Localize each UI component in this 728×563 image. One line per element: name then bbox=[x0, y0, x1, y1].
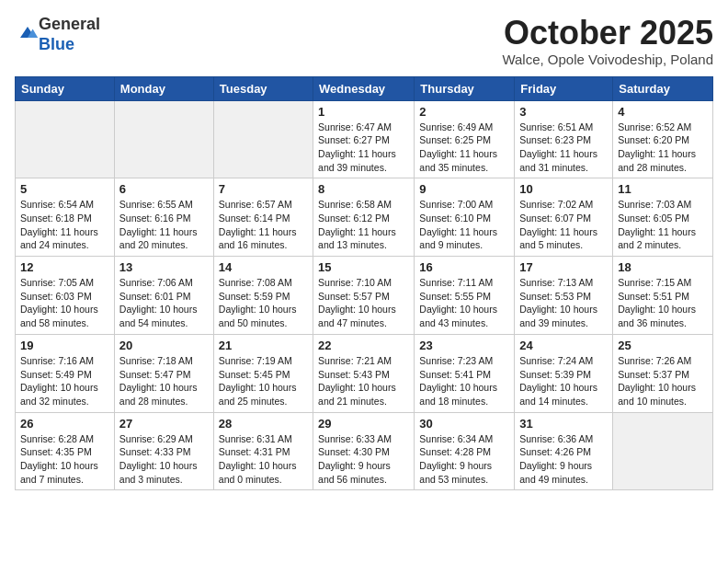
day-number: 17 bbox=[519, 260, 608, 274]
day-number: 14 bbox=[219, 260, 308, 274]
weekday-header-friday: Friday bbox=[515, 76, 613, 100]
day-info: Sunrise: 7:18 AM Sunset: 5:47 PM Dayligh… bbox=[119, 354, 209, 408]
day-number: 13 bbox=[119, 260, 209, 274]
calendar-cell: 19Sunrise: 7:16 AM Sunset: 5:49 PM Dayli… bbox=[16, 334, 115, 412]
week-row-4: 19Sunrise: 7:16 AM Sunset: 5:49 PM Dayli… bbox=[16, 334, 713, 412]
calendar-cell: 18Sunrise: 7:15 AM Sunset: 5:51 PM Dayli… bbox=[613, 257, 713, 335]
calendar-cell: 14Sunrise: 7:08 AM Sunset: 5:59 PM Dayli… bbox=[213, 257, 313, 335]
day-number: 27 bbox=[119, 417, 209, 431]
calendar-cell: 30Sunrise: 6:34 AM Sunset: 4:28 PM Dayli… bbox=[415, 412, 515, 490]
weekday-header-thursday: Thursday bbox=[415, 76, 515, 100]
calendar-cell: 3Sunrise: 6:51 AM Sunset: 6:23 PM Daylig… bbox=[515, 100, 613, 178]
calendar-cell: 25Sunrise: 7:26 AM Sunset: 5:37 PM Dayli… bbox=[613, 334, 713, 412]
week-row-1: 1Sunrise: 6:47 AM Sunset: 6:27 PM Daylig… bbox=[16, 100, 713, 178]
title-area: October 2025 Walce, Opole Voivodeship, P… bbox=[502, 15, 713, 67]
calendar-cell: 29Sunrise: 6:33 AM Sunset: 4:30 PM Dayli… bbox=[313, 412, 415, 490]
day-info: Sunrise: 7:06 AM Sunset: 6:01 PM Dayligh… bbox=[119, 276, 209, 330]
day-info: Sunrise: 7:10 AM Sunset: 5:57 PM Dayligh… bbox=[318, 276, 409, 330]
day-number: 18 bbox=[618, 260, 708, 274]
day-info: Sunrise: 6:29 AM Sunset: 4:33 PM Dayligh… bbox=[119, 432, 209, 487]
logo: General Blue bbox=[15, 15, 100, 54]
calendar-cell: 15Sunrise: 7:10 AM Sunset: 5:57 PM Dayli… bbox=[313, 257, 415, 335]
day-info: Sunrise: 6:34 AM Sunset: 4:28 PM Dayligh… bbox=[419, 432, 509, 487]
day-info: Sunrise: 6:57 AM Sunset: 6:14 PM Dayligh… bbox=[219, 198, 308, 252]
weekday-header-sunday: Sunday bbox=[16, 76, 115, 100]
logo-text: General Blue bbox=[39, 15, 100, 54]
day-info: Sunrise: 6:55 AM Sunset: 6:16 PM Dayligh… bbox=[119, 198, 209, 252]
day-info: Sunrise: 7:21 AM Sunset: 5:43 PM Dayligh… bbox=[318, 354, 409, 408]
calendar-cell: 10Sunrise: 7:02 AM Sunset: 6:07 PM Dayli… bbox=[515, 178, 613, 257]
day-number: 10 bbox=[519, 182, 608, 196]
calendar-table: SundayMondayTuesdayWednesdayThursdayFrid… bbox=[15, 76, 713, 491]
calendar-cell: 20Sunrise: 7:18 AM Sunset: 5:47 PM Dayli… bbox=[114, 334, 213, 412]
day-info: Sunrise: 6:52 AM Sunset: 6:20 PM Dayligh… bbox=[618, 121, 708, 175]
calendar-cell: 24Sunrise: 7:24 AM Sunset: 5:39 PM Dayli… bbox=[515, 334, 613, 412]
day-info: Sunrise: 6:54 AM Sunset: 6:18 PM Dayligh… bbox=[20, 198, 109, 252]
calendar-cell bbox=[613, 412, 713, 490]
weekday-header-wednesday: Wednesday bbox=[313, 76, 415, 100]
calendar-cell: 9Sunrise: 7:00 AM Sunset: 6:10 PM Daylig… bbox=[415, 178, 515, 257]
day-info: Sunrise: 6:49 AM Sunset: 6:25 PM Dayligh… bbox=[419, 121, 509, 175]
day-info: Sunrise: 7:08 AM Sunset: 5:59 PM Dayligh… bbox=[219, 276, 308, 330]
day-info: Sunrise: 7:24 AM Sunset: 5:39 PM Dayligh… bbox=[519, 354, 608, 408]
day-number: 30 bbox=[419, 417, 509, 431]
day-number: 3 bbox=[519, 105, 608, 119]
day-number: 11 bbox=[618, 182, 708, 196]
weekday-header-row: SundayMondayTuesdayWednesdayThursdayFrid… bbox=[16, 76, 713, 100]
day-info: Sunrise: 6:33 AM Sunset: 4:30 PM Dayligh… bbox=[318, 432, 409, 487]
calendar-cell: 28Sunrise: 6:31 AM Sunset: 4:31 PM Dayli… bbox=[213, 412, 313, 490]
day-info: Sunrise: 7:23 AM Sunset: 5:41 PM Dayligh… bbox=[419, 354, 509, 408]
day-number: 2 bbox=[419, 105, 509, 119]
month-title: October 2025 bbox=[502, 15, 713, 52]
day-info: Sunrise: 7:11 AM Sunset: 5:55 PM Dayligh… bbox=[419, 276, 509, 330]
calendar-cell: 4Sunrise: 6:52 AM Sunset: 6:20 PM Daylig… bbox=[613, 100, 713, 178]
calendar-cell: 23Sunrise: 7:23 AM Sunset: 5:41 PM Dayli… bbox=[415, 334, 515, 412]
day-number: 9 bbox=[419, 182, 509, 196]
day-info: Sunrise: 7:02 AM Sunset: 6:07 PM Dayligh… bbox=[519, 198, 608, 252]
day-number: 25 bbox=[618, 339, 708, 352]
day-info: Sunrise: 7:05 AM Sunset: 6:03 PM Dayligh… bbox=[20, 276, 109, 330]
day-info: Sunrise: 7:16 AM Sunset: 5:49 PM Dayligh… bbox=[20, 354, 109, 408]
day-info: Sunrise: 7:15 AM Sunset: 5:51 PM Dayligh… bbox=[618, 276, 708, 330]
calendar-cell: 16Sunrise: 7:11 AM Sunset: 5:55 PM Dayli… bbox=[415, 257, 515, 335]
day-number: 7 bbox=[219, 182, 308, 196]
day-number: 31 bbox=[519, 417, 608, 431]
day-number: 23 bbox=[419, 339, 509, 352]
calendar-cell: 27Sunrise: 6:29 AM Sunset: 4:33 PM Dayli… bbox=[114, 412, 213, 490]
day-number: 19 bbox=[20, 339, 109, 352]
day-number: 16 bbox=[419, 260, 509, 274]
day-number: 8 bbox=[318, 182, 409, 196]
day-number: 12 bbox=[20, 260, 109, 274]
day-number: 20 bbox=[119, 339, 209, 352]
calendar-cell bbox=[213, 100, 313, 178]
logo-icon bbox=[17, 23, 39, 41]
day-number: 28 bbox=[219, 417, 308, 431]
week-row-5: 26Sunrise: 6:28 AM Sunset: 4:35 PM Dayli… bbox=[16, 412, 713, 490]
calendar-cell: 17Sunrise: 7:13 AM Sunset: 5:53 PM Dayli… bbox=[515, 257, 613, 335]
week-row-2: 5Sunrise: 6:54 AM Sunset: 6:18 PM Daylig… bbox=[16, 178, 713, 257]
calendar-cell: 22Sunrise: 7:21 AM Sunset: 5:43 PM Dayli… bbox=[313, 334, 415, 412]
calendar-cell: 8Sunrise: 6:58 AM Sunset: 6:12 PM Daylig… bbox=[313, 178, 415, 257]
location-title: Walce, Opole Voivodeship, Poland bbox=[502, 52, 713, 67]
day-info: Sunrise: 6:36 AM Sunset: 4:26 PM Dayligh… bbox=[519, 432, 608, 487]
calendar-cell: 26Sunrise: 6:28 AM Sunset: 4:35 PM Dayli… bbox=[16, 412, 115, 490]
page-header: General Blue October 2025 Walce, Opole V… bbox=[15, 15, 713, 67]
day-info: Sunrise: 7:19 AM Sunset: 5:45 PM Dayligh… bbox=[219, 354, 308, 408]
day-info: Sunrise: 7:26 AM Sunset: 5:37 PM Dayligh… bbox=[618, 354, 708, 408]
day-info: Sunrise: 6:47 AM Sunset: 6:27 PM Dayligh… bbox=[318, 121, 409, 175]
day-info: Sunrise: 7:03 AM Sunset: 6:05 PM Dayligh… bbox=[618, 198, 708, 252]
day-number: 22 bbox=[318, 339, 409, 352]
week-row-3: 12Sunrise: 7:05 AM Sunset: 6:03 PM Dayli… bbox=[16, 257, 713, 335]
day-number: 21 bbox=[219, 339, 308, 352]
day-info: Sunrise: 7:13 AM Sunset: 5:53 PM Dayligh… bbox=[519, 276, 608, 330]
day-number: 24 bbox=[519, 339, 608, 352]
day-number: 5 bbox=[20, 182, 109, 196]
calendar-cell: 31Sunrise: 6:36 AM Sunset: 4:26 PM Dayli… bbox=[515, 412, 613, 490]
day-number: 15 bbox=[318, 260, 409, 274]
weekday-header-saturday: Saturday bbox=[613, 76, 713, 100]
calendar-cell: 1Sunrise: 6:47 AM Sunset: 6:27 PM Daylig… bbox=[313, 100, 415, 178]
day-info: Sunrise: 6:31 AM Sunset: 4:31 PM Dayligh… bbox=[219, 432, 308, 487]
day-number: 6 bbox=[119, 182, 209, 196]
day-number: 29 bbox=[318, 417, 409, 431]
weekday-header-tuesday: Tuesday bbox=[213, 76, 313, 100]
